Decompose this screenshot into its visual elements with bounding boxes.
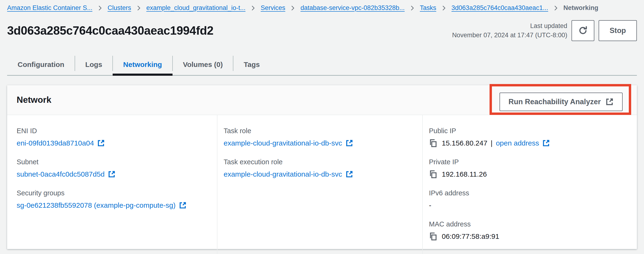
refresh-icon	[578, 26, 588, 35]
run-reachability-analyzer-button[interactable]: Run Reachability Analyzer	[500, 93, 622, 111]
mac-address-value: 06:09:77:58:a9:91	[442, 232, 499, 241]
copy-icon[interactable]	[429, 139, 438, 147]
network-column-middle: Task role example-cloud-gravitational-io…	[217, 115, 422, 254]
field-label: Task role	[224, 127, 415, 135]
field-ipv6: IPv6 address -	[429, 189, 630, 210]
analyzer-button-wrap: Run Reachability Analyzer	[500, 93, 622, 111]
task-role-link[interactable]: example-cloud-gravitational-io-db-svc	[224, 139, 342, 147]
field-eni-id: ENI ID eni-09fd0139da8710a04	[17, 127, 210, 147]
chevron-right-icon	[410, 5, 415, 11]
eni-id-link[interactable]: eni-09fd0139da8710a04	[17, 139, 94, 147]
network-panel-header: Network Run Reachability Analyzer	[7, 85, 637, 115]
chevron-right-icon	[136, 5, 142, 11]
field-label: Private IP	[429, 158, 630, 166]
chevron-right-icon	[441, 5, 447, 11]
breadcrumb-item-service-name[interactable]: database-service-vpc-082b35328b...	[300, 4, 404, 12]
external-link-icon[interactable]	[108, 170, 116, 178]
network-panel-body: ENI ID eni-09fd0139da8710a04 Subnet subn…	[7, 115, 637, 249]
breadcrumb-current-networking: Networking	[564, 4, 598, 12]
field-task-execution-role: Task execution role example-cloud-gravit…	[224, 158, 415, 179]
breadcrumb-item-task-id[interactable]: 3d063a285c764c0caa430aeac1...	[452, 4, 548, 12]
field-label: ENI ID	[17, 127, 210, 135]
copy-icon[interactable]	[429, 232, 438, 241]
stop-button[interactable]: Stop	[598, 20, 637, 41]
field-mac-address: MAC address 06:09:77:58:a9:91	[429, 220, 630, 241]
breadcrumb: Amazon Elastic Container S... Clusters e…	[0, 0, 644, 12]
chevron-right-icon	[250, 5, 256, 11]
value-separator: |	[491, 139, 492, 147]
breadcrumb-item-cluster-name[interactable]: example_cloud_gravitational_io-t...	[146, 4, 246, 12]
refresh-button[interactable]	[572, 20, 594, 41]
breadcrumb-item-ecs[interactable]: Amazon Elastic Container S...	[7, 4, 92, 12]
field-task-role: Task role example-cloud-gravitational-io…	[224, 127, 415, 147]
tab-configuration[interactable]: Configuration	[7, 54, 75, 75]
breadcrumb-item-tasks[interactable]: Tasks	[420, 4, 436, 12]
public-ip-value: 15.156.80.247	[442, 139, 488, 147]
task-execution-role-link[interactable]: example-cloud-gravitational-io-db-svc	[224, 170, 342, 179]
network-column-right: Public IP 15.156.80.247 | open address P…	[422, 115, 637, 254]
external-link-icon[interactable]	[346, 170, 353, 178]
chevron-right-icon	[553, 5, 559, 11]
breadcrumb-item-services[interactable]: Services	[261, 4, 286, 12]
field-subnet: Subnet subnet-0aca4fc0dc5087d5d	[17, 158, 210, 179]
external-link-icon[interactable]	[542, 139, 550, 147]
tab-logs[interactable]: Logs	[75, 54, 113, 75]
network-column-left: ENI ID eni-09fd0139da8710a04 Subnet subn…	[7, 115, 217, 254]
tab-bar: Configuration Logs Networking Volumes (0…	[7, 54, 637, 76]
field-label: MAC address	[429, 220, 630, 228]
open-address-link[interactable]: open address	[496, 139, 539, 147]
field-label: Security groups	[17, 189, 210, 197]
field-label: Task execution role	[224, 158, 415, 166]
field-label: IPv6 address	[429, 189, 630, 197]
network-panel: Network Run Reachability Analyzer ENI ID…	[7, 85, 637, 249]
field-security-groups: Security groups sg-0e621238fb5592078 (ex…	[17, 189, 210, 210]
tab-tags[interactable]: Tags	[233, 54, 270, 75]
private-ip-value: 192.168.11.26	[442, 170, 487, 179]
field-label: Subnet	[17, 158, 210, 166]
subnet-link[interactable]: subnet-0aca4fc0dc5087d5d	[17, 170, 104, 179]
external-link-icon[interactable]	[346, 139, 353, 147]
external-link-icon[interactable]	[179, 202, 186, 209]
chevron-right-icon	[290, 5, 296, 11]
security-group-link[interactable]: sg-0e621238fb5592078 (example-pg-compute…	[17, 201, 176, 210]
external-link-icon	[606, 98, 614, 106]
ipv6-value: -	[429, 201, 431, 210]
field-label: Public IP	[429, 127, 630, 135]
run-reachability-analyzer-label: Run Reachability Analyzer	[508, 98, 601, 106]
field-private-ip: Private IP 192.168.11.26	[429, 158, 630, 179]
page-title: 3d063a285c764c0caa430aeac1994fd2	[7, 24, 214, 37]
breadcrumb-item-clusters[interactable]: Clusters	[108, 4, 131, 12]
last-updated-label: Last updated	[452, 21, 567, 31]
last-updated-value: November 07, 2024 at 17:47 (UTC-8:00)	[452, 31, 567, 40]
network-panel-title: Network	[17, 95, 51, 105]
chevron-right-icon	[97, 5, 103, 11]
last-updated: Last updated November 07, 2024 at 17:47 …	[452, 21, 567, 40]
field-public-ip: Public IP 15.156.80.247 | open address	[429, 127, 630, 147]
header-actions: Last updated November 07, 2024 at 17:47 …	[452, 20, 637, 41]
page-header: 3d063a285c764c0caa430aeac1994fd2 Last up…	[0, 12, 644, 43]
external-link-icon[interactable]	[97, 139, 105, 147]
tab-volumes[interactable]: Volumes (0)	[172, 54, 233, 75]
copy-icon[interactable]	[429, 170, 438, 179]
tab-networking[interactable]: Networking	[113, 54, 172, 75]
